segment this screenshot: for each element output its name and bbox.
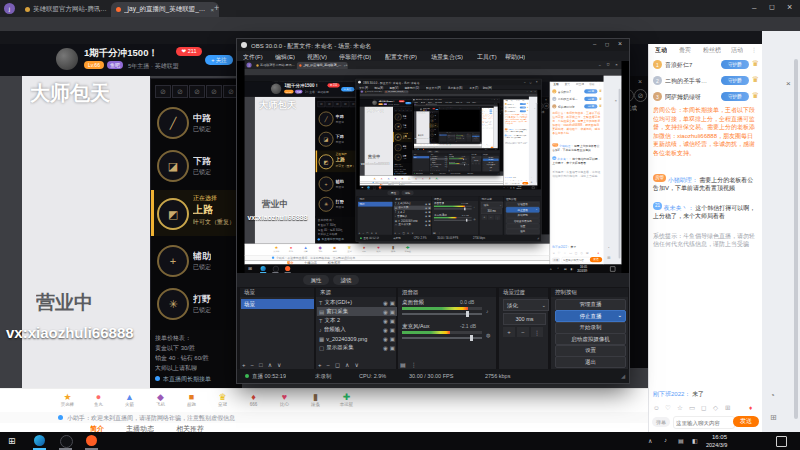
chat-tab-interact[interactable]: 互动: [655, 46, 667, 55]
scene-item-selected[interactable]: 场景: [241, 299, 314, 309]
volume-slider[interactable]: [402, 313, 482, 315]
browser-tab-1[interactable]: 英雄联盟官方网站-腾讯游戏: [20, 2, 118, 17]
gift-item[interactable]: ▲火箭: [114, 392, 145, 407]
rail-close-icon[interactable]: ×: [786, 79, 791, 88]
rail-apps-icon[interactable]: ⊞: [770, 413, 777, 422]
filters-button[interactable]: 滤镜: [333, 275, 359, 285]
gift-item[interactable]: ♛皇冠: [207, 392, 238, 407]
network-tray-icon[interactable]: ▤: [678, 437, 684, 444]
start-virtual-camera-button[interactable]: 启动虚拟摄像机: [555, 333, 626, 345]
chat-settings-icon[interactable]: ⋮: [751, 46, 757, 53]
obs-minimize-icon[interactable]: –: [593, 41, 596, 47]
follow-button[interactable]: + 关注: [205, 55, 233, 65]
gift-item[interactable]: ◆飞机: [145, 392, 176, 407]
battery-tray-icon[interactable]: ◧: [692, 437, 698, 444]
transition-select[interactable]: 淡化⌄: [503, 299, 549, 311]
danmaku-mode-badge[interactable]: 弹幕: [652, 417, 670, 427]
tray-expand-icon[interactable]: ∧: [648, 437, 652, 444]
source-row[interactable]: T文本 2◉▣: [317, 316, 397, 325]
stop-streaming-button[interactable]: 停止直播⌄: [555, 310, 626, 322]
window-close-button[interactable]: ×: [787, 2, 792, 12]
source-row[interactable]: ▦v_20240309.png◉▣: [317, 334, 397, 343]
volume-slider-knob[interactable]: [470, 335, 473, 341]
gift-item[interactable]: ●鱼丸: [83, 392, 114, 407]
chat-input[interactable]: [673, 416, 735, 429]
lock-icon[interactable]: ▣: [390, 309, 395, 315]
heart-count-pill[interactable]: ❤ 211: [176, 47, 202, 56]
gift-item[interactable]: ♥比心: [269, 392, 300, 407]
source-row-selected[interactable]: ▤窗口采集◉▣: [317, 307, 397, 316]
gift-item[interactable]: ♦666: [238, 392, 269, 407]
window-minimize-button[interactable]: –: [752, 3, 756, 12]
browser-tab-2-active[interactable]: _jay_的直播间_英雄联盟_斗鱼直播 ×: [111, 2, 219, 17]
transition-duration-spinner[interactable]: 300 ms: [503, 313, 546, 325]
block-icon[interactable]: ⊘: [634, 89, 647, 102]
yuba-badge[interactable]: 鱼吧: [107, 61, 123, 69]
add-transition-button[interactable]: +: [503, 327, 515, 337]
visibility-icon[interactable]: ◉: [383, 309, 388, 315]
chat-tab-event[interactable]: 活动: [731, 46, 743, 55]
streamer-avatar[interactable]: [56, 48, 78, 70]
gift-item[interactable]: ★荧光棒: [52, 392, 83, 407]
remove-transition-button[interactable]: −: [517, 327, 529, 337]
visibility-icon[interactable]: ◉: [383, 327, 388, 333]
emoji-icon[interactable]: ☺: [653, 404, 660, 411]
resize-grip[interactable]: ◢: [621, 373, 625, 379]
visibility-icon[interactable]: ◉: [383, 336, 388, 342]
start-button[interactable]: ⊞: [8, 436, 16, 446]
volume-tray-icon[interactable]: ♪: [664, 437, 667, 443]
visibility-icon[interactable]: ◉: [383, 300, 388, 306]
notification-center-icon[interactable]: [776, 436, 787, 447]
obs-maximize-icon[interactable]: ◻: [605, 41, 609, 47]
lock-icon[interactable]: ▣: [390, 345, 395, 351]
settings-button[interactable]: 设置: [555, 345, 626, 357]
scrollbar[interactable]: [794, 59, 798, 419]
obs-preview-canvas[interactable]: j 英雄联盟官方网站-腾讯游戏 _jay_的直播间_英雄联盟_斗鱼直播 × + …: [237, 61, 629, 273]
gift-item[interactable]: ✚幸运星: [331, 392, 362, 407]
heart-icon[interactable]: ♡: [665, 404, 671, 412]
source-row[interactable]: T文本(GDI+)◉▣: [317, 298, 397, 307]
user-name[interactable]: 夜未央丶：: [664, 205, 694, 211]
rail-history-icon[interactable]: ◔: [770, 391, 775, 400]
image-icon[interactable]: ▭: [689, 404, 695, 412]
chat-tab-vip[interactable]: 贵宾: [679, 46, 691, 55]
grid-icon[interactable]: ⊞: [725, 404, 730, 412]
lock-icon[interactable]: ▣: [390, 327, 395, 333]
popup-close-icon[interactable]: ×: [638, 78, 642, 85]
star-icon[interactable]: ☆: [677, 404, 683, 412]
chat-tab-fans[interactable]: 粉丝榜: [703, 46, 721, 55]
diamond-icon[interactable]: ◇: [713, 404, 718, 412]
visibility-icon[interactable]: ◉: [383, 345, 388, 351]
mute-icon[interactable]: ♪: [486, 308, 489, 314]
lock-icon[interactable]: ▣: [390, 300, 395, 306]
send-button[interactable]: 发送: [733, 416, 759, 427]
visibility-icon[interactable]: ◉: [383, 318, 388, 324]
rank-row-1[interactable]: 1 音浪虾仁7 守护爵 ♛: [653, 58, 759, 72]
edge-taskbar-icon[interactable]: [34, 435, 45, 446]
new-tab-button[interactable]: +: [214, 3, 219, 13]
start-recording-button[interactable]: 开始录制: [555, 322, 626, 334]
clock-time[interactable]: 16:05: [712, 434, 727, 440]
box-icon[interactable]: ◻: [701, 404, 706, 412]
properties-button[interactable]: 属性: [303, 275, 329, 285]
sources-dock-toolbar[interactable]: +−◻∧∨: [318, 361, 364, 368]
obs-close-icon[interactable]: ×: [618, 40, 622, 47]
scenes-dock-toolbar[interactable]: +−□∧∨: [242, 361, 286, 368]
gift-item[interactable]: ▮辣条: [300, 392, 331, 407]
lock-icon[interactable]: ▣: [390, 318, 395, 324]
mixer-dock-toolbar[interactable]: ▤⋮: [400, 361, 422, 368]
source-row[interactable]: ♪音频输入◉▣: [317, 325, 397, 334]
volume-slider-knob[interactable]: [466, 311, 469, 317]
douyu-taskbar-icon[interactable]: [86, 435, 97, 446]
exit-button[interactable]: 退出: [555, 356, 626, 368]
obs-titlebar[interactable]: OBS 30.0.0 - 配置文件: 未命名 - 场景: 未命名 – ◻ ×: [237, 39, 629, 51]
hot-icon[interactable]: ♦: [749, 404, 752, 411]
window-maximize-button[interactable]: ◻: [769, 3, 775, 11]
rank-row-3[interactable]: 3 阿萨姆奶绿呀 守护爵 ♛: [653, 90, 759, 104]
mic-icon[interactable]: ◍: [486, 332, 490, 338]
browser-profile-chip[interactable]: j: [4, 3, 15, 14]
lock-icon[interactable]: ▣: [390, 336, 395, 342]
transition-props-button[interactable]: ⋮: [531, 327, 543, 337]
obs-taskbar-icon[interactable]: [60, 435, 73, 448]
clock-date[interactable]: 2024/3/9: [706, 442, 727, 448]
